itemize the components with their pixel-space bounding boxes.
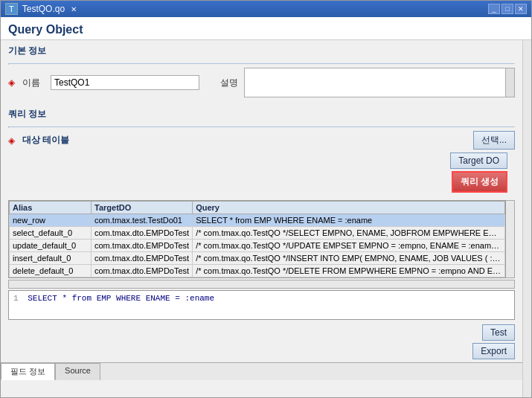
col-targetdo: TargetDO (92, 202, 193, 214)
query-info-title: 쿼리 정보 (8, 108, 515, 122)
select-button[interactable]: 선택... (473, 131, 515, 150)
maximize-button[interactable]: □ (501, 4, 513, 14)
cell-alias: select_default_0 (10, 227, 92, 240)
cell-query: /* com.tmax.qo.TestQO */SELECT EMPNO, EN… (193, 227, 505, 240)
query-gen-button[interactable]: 쿼리 생성 (452, 171, 507, 193)
query-info-section: 쿼리 정보 ◈ 대상 테이블 선택... Target DO 쿼리 생성 (1, 105, 522, 199)
table-row[interactable]: insert_default_0com.tmax.dto.EMPDoTest/*… (10, 252, 505, 265)
table-row[interactable]: new_rowcom.tmax.test.TestDo01SELECT * fr… (10, 214, 505, 227)
tab-field-info[interactable]: 필드 정보 (1, 363, 55, 380)
cell-alias: insert_default_0 (10, 252, 92, 265)
title-bar: T TestQO.qo ✕ _ □ ✕ (1, 1, 531, 17)
cell-query: /* com.tmax.qo.TestQO */UPDATE EMPSET EM… (193, 240, 505, 252)
cell-alias: update_default_0 (10, 240, 92, 252)
export-button[interactable]: Export (472, 343, 515, 359)
table-scrollbar-v[interactable] (506, 200, 515, 278)
cell-alias: new_row (10, 214, 92, 227)
action-buttons: Test Export (1, 321, 522, 362)
query-table: Alias TargetDO Query new_rowcom.tmax.tes… (9, 201, 505, 277)
tab-source[interactable]: Source (55, 363, 100, 380)
minimize-button[interactable]: _ (488, 4, 500, 14)
cell-alias: delete_default_0 (10, 265, 92, 277)
table-row[interactable]: delete_default_0com.tmax.dto.EMPDoTest/*… (10, 265, 505, 277)
query-preview-text: SELECT * from EMP WHERE ENAME = :ename (28, 294, 214, 303)
basic-info-section: 기본 정보 ◈ 이름 설명 (1, 40, 522, 105)
cell-query: SELECT * from EMP WHERE ENAME = :ename (193, 214, 505, 227)
tab-label[interactable]: TestQO.qo (22, 4, 65, 14)
cell-targetdo: com.tmax.dto.EMPDoTest (92, 227, 193, 240)
target-table-row: ◈ 대상 테이블 선택... (8, 131, 515, 150)
cell-targetdo: com.tmax.dto.EMPDoTest (92, 252, 193, 265)
cell-query: /* com.tmax.qo.TestQO */DELETE FROM EMPW… (193, 265, 505, 277)
table-row[interactable]: update_default_0com.tmax.dto.EMPDoTest/*… (10, 240, 505, 252)
desc-label: 설명 (220, 77, 238, 89)
table-row[interactable]: select_default_0com.tmax.dto.EMPDoTest/*… (10, 227, 505, 240)
desc-input[interactable] (244, 68, 506, 97)
cell-targetdo: com.tmax.dto.EMPDoTest (92, 265, 193, 277)
main-scrollbar-v[interactable] (522, 40, 531, 397)
window-controls: _ □ ✕ (488, 4, 527, 14)
name-label: 이름 (22, 77, 45, 89)
required-indicator: ◈ (8, 77, 15, 88)
table-scrollbar-h[interactable] (8, 280, 515, 289)
target-table-label: 대상 테이블 (22, 134, 467, 147)
test-button[interactable]: Test (482, 324, 515, 341)
desc-scrollbar[interactable] (506, 68, 515, 97)
page-title: Query Object (1, 17, 531, 40)
close-button[interactable]: ✕ (515, 4, 527, 14)
line-number: 1 (13, 294, 19, 303)
cell-query: /* com.tmax.qo.TestQO */INSERT INTO EMP(… (193, 252, 505, 265)
cell-targetdo: com.tmax.dto.EMPDoTest (92, 240, 193, 252)
tabs-bar: 필드 정보 Source (1, 362, 522, 380)
query-preview: 1 SELECT * from EMP WHERE ENAME = :ename (8, 290, 515, 320)
main-window: T TestQO.qo ✕ _ □ ✕ Query Object 기본 정보 ◈… (0, 0, 532, 398)
name-input[interactable] (51, 75, 199, 90)
name-row: ◈ 이름 설명 (8, 68, 515, 97)
table-wrapper: Alias TargetDO Query new_rowcom.tmax.tes… (8, 200, 515, 278)
tab-close[interactable]: ✕ (71, 5, 77, 13)
col-alias: Alias (10, 202, 92, 214)
col-query: Query (193, 202, 505, 214)
tab-icon: T (5, 3, 18, 15)
basic-info-title: 기본 정보 (8, 45, 515, 59)
target-do-button[interactable]: Target DO (450, 153, 507, 169)
target-required: ◈ (8, 135, 15, 146)
cell-targetdo: com.tmax.test.TestDo01 (92, 214, 193, 227)
table-scrollbar-h-row (8, 280, 515, 289)
